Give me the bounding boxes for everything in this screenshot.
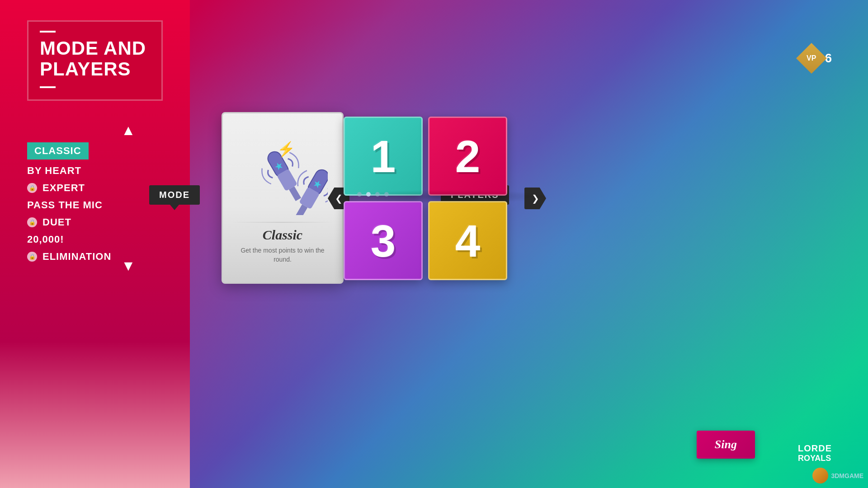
mode-item-duet[interactable]: 🔒 DUET	[27, 216, 111, 228]
mode-label-container: MODE	[75, 93, 125, 112]
mode-name-pass-the-mic: PASS THE MIC	[27, 199, 103, 211]
duet-lock-icon: 🔒	[27, 217, 37, 227]
svg-rect-2	[289, 186, 301, 201]
player-number-1: 1	[371, 134, 396, 179]
card-title: Classic	[263, 227, 302, 243]
title-box: MODE AND PLAYERS	[27, 20, 163, 101]
mode-arrow-up[interactable]: ▲	[121, 122, 136, 139]
card-divider	[232, 222, 333, 223]
player-number-3: 3	[371, 218, 396, 263]
card-description: Get the most points to win the round.	[232, 246, 333, 264]
mode-item-elimination[interactable]: 🔒 ELIMINATION	[27, 251, 111, 263]
player-tile-1[interactable]: 1	[344, 117, 423, 196]
mode-item-classic[interactable]: CLASSIC	[27, 142, 111, 160]
mode-card: ★ ★ ⚡ Classic	[222, 112, 344, 284]
vp-diamond: VP	[796, 43, 827, 74]
page-title: MODE AND PLAYERS	[40, 38, 150, 80]
mode-name-expert: EXPERT	[42, 182, 85, 194]
players-label-container: PLAYERS	[366, 93, 434, 112]
watermark-icon	[812, 468, 828, 483]
song-title: ROYALS	[798, 454, 832, 463]
title-dash-top	[40, 31, 56, 33]
mode-arrow-down[interactable]: ▼	[121, 258, 136, 274]
svg-text:⚡: ⚡	[277, 141, 295, 158]
mode-list: CLASSIC BY HEART 🔒 EXPERT PASS THE MIC 🔒…	[27, 142, 111, 263]
mode-name-classic: CLASSIC	[27, 142, 89, 160]
mode-item-pass-the-mic[interactable]: PASS THE MIC	[27, 199, 111, 211]
scroll-dot-3	[375, 192, 380, 197]
mode-name-elimination: ELIMINATION	[42, 251, 111, 263]
player-tile-3[interactable]: 3	[344, 201, 423, 280]
elimination-lock-icon: 🔒	[27, 252, 37, 262]
mode-item-by-heart[interactable]: BY HEART	[27, 165, 111, 177]
mode-name-20000: 20,000!	[27, 234, 64, 245]
sing-button[interactable]: Sing	[697, 431, 755, 459]
watermark-text: 3DMGAME	[831, 472, 863, 479]
song-artist: LORDE	[798, 443, 832, 454]
title-dash-bottom	[40, 86, 56, 88]
vp-badge: VP 6	[801, 47, 832, 69]
scroll-dot-4	[384, 192, 389, 197]
scroll-dot-1	[357, 192, 362, 197]
mode-name-duet: DUET	[42, 216, 71, 228]
mode-item-expert[interactable]: 🔒 EXPERT	[27, 182, 111, 194]
player-number-2: 2	[455, 134, 481, 179]
player-tile-2[interactable]: 2	[428, 117, 507, 196]
scroll-dot-2	[366, 192, 371, 197]
left-panel: MODE AND PLAYERS MODE ▲ CLASSIC BY HEART…	[0, 0, 190, 488]
scroll-dots	[357, 192, 389, 197]
expert-lock-icon: 🔒	[27, 183, 37, 193]
vp-label: VP	[807, 54, 816, 62]
microphone-icon: ★ ★ ⚡	[237, 129, 328, 215]
main-content: VP 6 ★	[190, 0, 868, 488]
player-tile-4[interactable]: 4	[428, 201, 507, 280]
watermark: 3DMGAME	[812, 468, 863, 483]
player-number-4: 4	[455, 218, 481, 263]
card-icon-area: ★ ★ ⚡	[237, 127, 328, 217]
mode-item-20000[interactable]: 20,000!	[27, 234, 111, 245]
song-info: LORDE ROYALS	[798, 443, 832, 463]
mode-name-by-heart: BY HEART	[27, 165, 81, 177]
